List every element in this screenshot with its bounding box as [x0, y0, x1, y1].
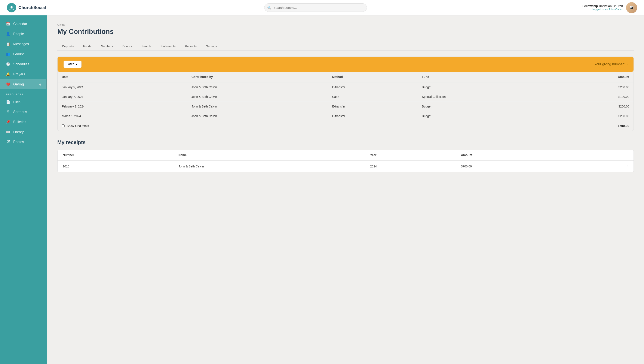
sidebar-item-label: Messages — [13, 42, 29, 46]
user-area: Fellowship Christian Church Logged in as… — [582, 2, 637, 13]
sidebar-item-messages[interactable]: 📋 Messages — [0, 39, 47, 49]
giving-icon: ❤️ — [6, 82, 10, 86]
row-date: January 5, 2024 — [58, 82, 187, 92]
resources-section-label: RESOURCES — [0, 89, 47, 97]
main-content: Giving My Contributions Deposits Funds N… — [47, 16, 644, 364]
sidebar-item-bulletins[interactable]: 📌 Bulletins — [0, 117, 47, 127]
year-filter-bar: 2024 ▾ Your giving number: 8 — [58, 57, 634, 72]
row-amount: $100.00 — [551, 92, 634, 102]
row-contributed-by: John & Beth Calvin — [187, 82, 328, 92]
row-contributed-by: John & Beth Calvin — [187, 102, 328, 111]
row-amount: $200.00 — [551, 102, 634, 111]
schedules-icon: 🕐 — [6, 62, 10, 66]
receipt-col-number: Number — [58, 150, 173, 160]
sidebar-item-label: Calendar — [13, 22, 27, 26]
sidebar-item-schedules[interactable]: 🕐 Schedules — [0, 59, 47, 69]
groups-icon: 👥 — [6, 52, 10, 56]
search-input[interactable] — [264, 4, 367, 12]
page-title: My Contributions — [57, 28, 634, 36]
avatar[interactable]: 👨‍👩‍👧 — [626, 2, 637, 13]
row-date: March 1, 2024 — [58, 111, 187, 121]
show-fund-totals-checkbox[interactable] — [62, 124, 64, 127]
receipts-table-wrapper: Number Name Year Amount 1010 John & Beth… — [57, 150, 634, 172]
tab-funds[interactable]: Funds — [78, 42, 96, 51]
receipt-col-year: Year — [365, 150, 456, 160]
contributions-table: Date Contributed by Method Fund Amount J… — [58, 72, 634, 121]
sidebar-item-sermons[interactable]: 🎙 Sermons — [0, 107, 47, 117]
row-method: Cash — [328, 92, 418, 102]
receipt-col-action — [572, 150, 634, 160]
tab-receipts[interactable]: Receipts — [180, 42, 201, 51]
church-name: Fellowship Christian Church — [582, 4, 623, 8]
receipt-amount: $700.00 — [456, 160, 572, 172]
sidebar-item-people[interactable]: 👤 People — [0, 29, 47, 39]
list-item[interactable]: 1010 John & Beth Calvin 2024 $700.00 › — [58, 160, 634, 172]
receipts-section-title: My receipts — [57, 139, 634, 145]
row-contributed-by: John & Beth Calvin — [187, 92, 328, 102]
col-header-method: Method — [328, 72, 418, 82]
logged-in-label: Logged in as John Calvin — [582, 8, 623, 11]
col-header-contributed-by: Contributed by — [187, 72, 328, 82]
giving-number-text: Your giving number: 8 — [594, 62, 628, 66]
receipt-chevron-icon: › — [572, 160, 634, 172]
receipt-name: John & Beth Calvin — [173, 160, 365, 172]
app-logo-icon — [7, 3, 16, 13]
contributions-wrapper: 2024 ▾ Your giving number: 8 Date Contri… — [57, 57, 634, 131]
sidebar-item-giving[interactable]: ❤️ Giving ◀ — [0, 79, 47, 89]
sidebar-item-photos[interactable]: 🖼 Photos — [0, 137, 47, 147]
tab-deposits[interactable]: Deposits — [57, 42, 78, 51]
contributions-total: $700.00 — [618, 124, 629, 128]
row-date: February 2, 2024 — [58, 102, 187, 111]
tabs-bar: Deposits Funds Numbers Donors Search Sta… — [57, 42, 634, 51]
sidebar-item-library[interactable]: 📖 Library — [0, 127, 47, 137]
search-bar-container: 🔍 — [264, 4, 367, 12]
year-select-button[interactable]: 2024 ▾ — [64, 61, 82, 68]
avatar-image: 👨‍👩‍👧 — [626, 2, 637, 13]
sidebar-item-label: Sermons — [13, 110, 27, 114]
row-fund: Budget — [418, 82, 551, 92]
breadcrumb: Giving — [57, 23, 634, 26]
receipt-col-name: Name — [173, 150, 365, 160]
row-contributed-by: John & Beth Calvin — [187, 111, 328, 121]
sidebar-item-label: Files — [13, 100, 20, 104]
year-value: 2024 — [68, 63, 74, 66]
row-method: E-transfer — [328, 111, 418, 121]
tab-numbers[interactable]: Numbers — [96, 42, 118, 51]
sidebar-item-files[interactable]: 📄 Files — [0, 97, 47, 107]
show-fund-totals-label[interactable]: Show fund totals — [67, 124, 89, 128]
row-fund: Special Collection — [418, 92, 551, 102]
table-row: February 2, 2024 John & Beth Calvin E-tr… — [58, 102, 634, 111]
sidebar-item-label: People — [13, 32, 24, 36]
sidebar-item-label: Library — [13, 130, 24, 134]
search-icon: 🔍 — [267, 6, 272, 10]
sidebar-item-label: Prayers — [13, 72, 25, 76]
main-layout: 📅 Calendar 👤 People 📋 Messages 👥 Groups … — [0, 16, 644, 364]
table-footer: Show fund totals $700.00 — [58, 121, 634, 131]
sidebar-chevron-icon: ◀ — [39, 83, 41, 86]
tab-donors[interactable]: Donors — [118, 42, 137, 51]
user-info: Fellowship Christian Church Logged in as… — [582, 4, 623, 11]
sidebar-item-label: Giving — [13, 83, 24, 86]
table-row: March 1, 2024 John & Beth Calvin E-trans… — [58, 111, 634, 121]
receipts-table: Number Name Year Amount 1010 John & Beth… — [58, 150, 634, 172]
top-header: ChurchSocial 🔍 Fellowship Christian Chur… — [0, 0, 644, 16]
messages-icon: 📋 — [6, 42, 10, 46]
tab-search[interactable]: Search — [137, 42, 156, 51]
logo-area: ChurchSocial — [7, 3, 50, 13]
tab-statements[interactable]: Statements — [156, 42, 180, 51]
people-icon: 👤 — [6, 32, 10, 36]
row-method: E-transfer — [328, 82, 418, 92]
col-header-date: Date — [58, 72, 187, 82]
sidebar-item-groups[interactable]: 👥 Groups — [0, 49, 47, 59]
sidebar-item-label: Bulletins — [13, 120, 26, 124]
row-fund: Budget — [418, 102, 551, 111]
sidebar-item-prayers[interactable]: 🔔 Prayers — [0, 69, 47, 79]
calendar-icon: 📅 — [6, 22, 10, 26]
tab-settings[interactable]: Settings — [201, 42, 222, 51]
bulletins-icon: 📌 — [6, 120, 10, 124]
year-chevron-icon: ▾ — [76, 63, 78, 66]
receipt-year: 2024 — [365, 160, 456, 172]
svg-point-0 — [10, 6, 12, 8]
sidebar-item-calendar[interactable]: 📅 Calendar — [0, 19, 47, 29]
sidebar-item-label: Groups — [13, 52, 24, 56]
